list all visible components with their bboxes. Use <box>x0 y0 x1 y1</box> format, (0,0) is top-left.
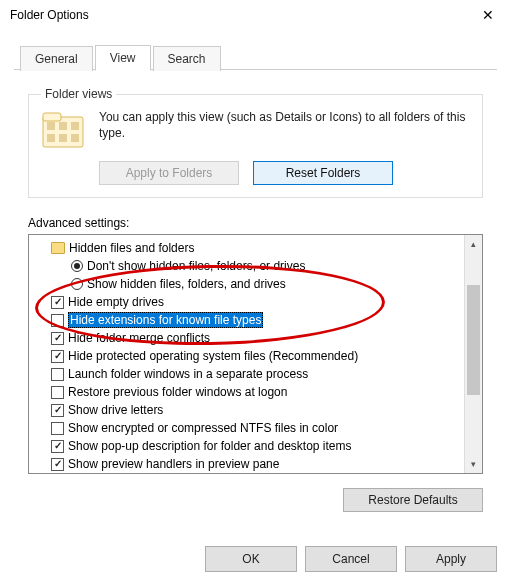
svg-rect-2 <box>47 122 55 130</box>
ok-button[interactable]: OK <box>205 546 297 572</box>
tab-search[interactable]: Search <box>153 46 221 71</box>
folder-views-group: Folder views You can apply this view (su… <box>28 87 483 198</box>
list-item-label: Hidden files and folders <box>69 241 194 255</box>
list-item[interactable]: Launch folder windows in a separate proc… <box>35 365 462 383</box>
list-item[interactable]: Hide protected operating system files (R… <box>35 347 462 365</box>
list-item-label: Show pop-up description for folder and d… <box>68 439 352 453</box>
folder-views-text: You can apply this view (such as Details… <box>99 109 470 141</box>
list-item-label: Show hidden files, folders, and drives <box>87 277 286 291</box>
checkbox-icon[interactable] <box>51 422 64 435</box>
svg-rect-7 <box>71 134 79 142</box>
list-item[interactable]: Show encrypted or compressed NTFS files … <box>35 419 462 437</box>
list-item[interactable]: Show drive letters <box>35 401 462 419</box>
tab-pane-view: Folder views You can apply this view (su… <box>14 77 497 534</box>
list-item-label: Restore previous folder windows at logon <box>68 385 287 399</box>
svg-rect-3 <box>59 122 67 130</box>
list-item[interactable]: Hidden files and folders <box>35 239 462 257</box>
list-item[interactable]: Show preview handlers in preview pane <box>35 455 462 473</box>
dialog-buttons: OK Cancel Apply <box>205 546 497 572</box>
tabstrip: General View Search <box>0 30 511 70</box>
list-item-label: Show preview handlers in preview pane <box>68 457 279 471</box>
list-item-label: Hide extensions for known file types <box>68 312 263 328</box>
list-item-label: Launch folder windows in a separate proc… <box>68 367 308 381</box>
checkbox-icon[interactable] <box>51 332 64 345</box>
svg-rect-5 <box>47 134 55 142</box>
close-button[interactable]: ✕ <box>465 0 511 30</box>
list-item[interactable]: Hide extensions for known file types <box>35 311 462 329</box>
reset-folders-button[interactable]: Reset Folders <box>253 161 393 185</box>
folder-views-legend: Folder views <box>41 87 116 101</box>
list-item[interactable]: Hide empty drives <box>35 293 462 311</box>
svg-rect-1 <box>43 113 61 121</box>
cancel-button[interactable]: Cancel <box>305 546 397 572</box>
list-item-label: Show drive letters <box>68 403 163 417</box>
list-item[interactable]: Don't show hidden files, folders, or dri… <box>35 257 462 275</box>
checkbox-icon[interactable] <box>51 440 64 453</box>
svg-rect-4 <box>71 122 79 130</box>
list-item-label: Don't show hidden files, folders, or dri… <box>87 259 305 273</box>
radio-icon[interactable] <box>71 260 83 272</box>
checkbox-icon[interactable] <box>51 296 64 309</box>
apply-to-folders-button: Apply to Folders <box>99 161 239 185</box>
apply-button[interactable]: Apply <box>405 546 497 572</box>
list-item[interactable]: Show pop-up description for folder and d… <box>35 437 462 455</box>
checkbox-icon[interactable] <box>51 314 64 327</box>
advanced-settings-label: Advanced settings: <box>28 216 483 230</box>
list-item-label: Hide folder merge conflicts <box>68 331 210 345</box>
list-item-label: Hide empty drives <box>68 295 164 309</box>
checkbox-icon[interactable] <box>51 350 64 363</box>
list-item-label: Hide protected operating system files (R… <box>68 349 358 363</box>
checkbox-icon[interactable] <box>51 458 64 471</box>
list-item[interactable]: Restore previous folder windows at logon <box>35 383 462 401</box>
restore-defaults-button[interactable]: Restore Defaults <box>343 488 483 512</box>
title-bar: Folder Options ✕ <box>0 0 511 30</box>
scroll-thumb[interactable] <box>467 285 480 395</box>
tab-general[interactable]: General <box>20 46 93 71</box>
checkbox-icon[interactable] <box>51 368 64 381</box>
advanced-settings-list[interactable]: Hidden files and foldersDon't show hidde… <box>28 234 483 474</box>
radio-icon[interactable] <box>71 278 83 290</box>
scroll-down-button[interactable]: ▾ <box>465 455 482 473</box>
tab-view[interactable]: View <box>95 45 151 71</box>
list-item[interactable]: Show hidden files, folders, and drives <box>35 275 462 293</box>
svg-rect-6 <box>59 134 67 142</box>
list-item-label: Show encrypted or compressed NTFS files … <box>68 421 338 435</box>
scrollbar[interactable]: ▴ ▾ <box>464 235 482 473</box>
close-icon: ✕ <box>482 7 494 23</box>
window-title: Folder Options <box>10 8 89 22</box>
folder-icon <box>51 242 65 254</box>
folder-views-icon <box>41 109 85 151</box>
checkbox-icon[interactable] <box>51 404 64 417</box>
scroll-up-button[interactable]: ▴ <box>465 235 482 253</box>
list-item[interactable]: Hide folder merge conflicts <box>35 329 462 347</box>
checkbox-icon[interactable] <box>51 386 64 399</box>
